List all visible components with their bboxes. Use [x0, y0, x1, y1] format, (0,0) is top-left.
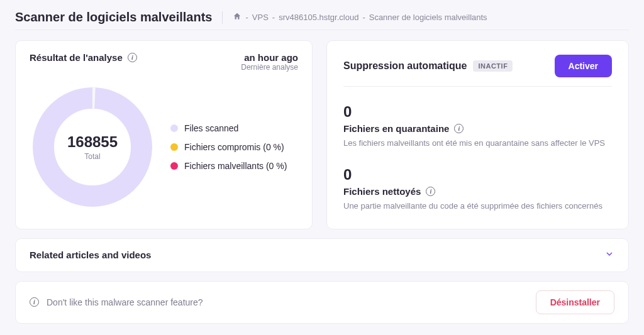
quarantine-desc: Les fichiers malveillants ont été mis en… [343, 138, 612, 150]
related-title: Related articles and videos [30, 250, 151, 260]
info-icon[interactable]: i [454, 124, 464, 133]
scan-result-title: Résultat de l'analyse [30, 52, 123, 63]
header-divider [222, 11, 223, 24]
info-icon: i [30, 297, 39, 307]
page-title: Scanner de logiciels malveillants [15, 10, 212, 25]
auto-delete-card: Suppression automatique INACTIF Activer … [326, 40, 629, 229]
last-scan-relative: an hour ago [241, 52, 298, 63]
scan-total-label: Total [84, 152, 100, 161]
uninstall-card: i Don't like this malware scanner featur… [15, 281, 629, 324]
dot-icon [170, 143, 178, 151]
quarantine-block: 0 Fichiers en quarantaine i Les fichiers… [343, 103, 612, 150]
scan-result-card: Résultat de l'analyse i an hour ago Dern… [15, 40, 313, 229]
cleaned-title: Fichiers nettoyés [343, 186, 421, 197]
quarantine-title: Fichiers en quarantaine [343, 123, 449, 134]
activate-button[interactable]: Activer [555, 55, 612, 77]
chevron-down-icon [604, 249, 614, 261]
legend-item-malicious: Fichiers malveillants (0 %) [170, 161, 287, 171]
dot-icon [170, 162, 178, 170]
cleaned-count: 0 [343, 166, 612, 184]
last-scan-label: Dernière analyse [241, 63, 298, 72]
breadcrumb-vps[interactable]: VPS [252, 13, 269, 22]
scan-total-value: 168855 [67, 133, 118, 151]
uninstall-prompt: Don't like this malware scanner feature? [47, 297, 203, 307]
home-icon[interactable] [233, 12, 242, 23]
related-articles-toggle[interactable]: Related articles and videos [15, 238, 629, 272]
quarantine-count: 0 [343, 103, 612, 121]
uninstall-button[interactable]: Désinstaller [536, 290, 614, 314]
legend-item-scanned: Files scanned [170, 123, 287, 133]
auto-delete-title: Suppression automatique [343, 60, 467, 72]
legend-item-compromised: Fichiers compromis (0 %) [170, 142, 287, 152]
cleaned-desc: Une partie malveillante du code a été su… [343, 200, 612, 212]
dot-icon [170, 124, 178, 132]
status-badge-inactive: INACTIF [473, 60, 513, 72]
scan-legend: Files scanned Fichiers compromis (0 %) F… [170, 123, 287, 171]
scan-donut-chart: 168855 Total [30, 84, 155, 210]
info-icon[interactable]: i [426, 187, 435, 196]
info-icon[interactable]: i [128, 53, 137, 62]
cleaned-block: 0 Fichiers nettoyés i Une partie malveil… [343, 166, 612, 212]
breadcrumb-server[interactable]: srv486105.hstgr.cloud [279, 13, 358, 22]
breadcrumb-page: Scanner de logiciels malveillants [369, 13, 487, 22]
breadcrumb: - VPS - srv486105.hstgr.cloud - Scanner … [233, 12, 487, 23]
